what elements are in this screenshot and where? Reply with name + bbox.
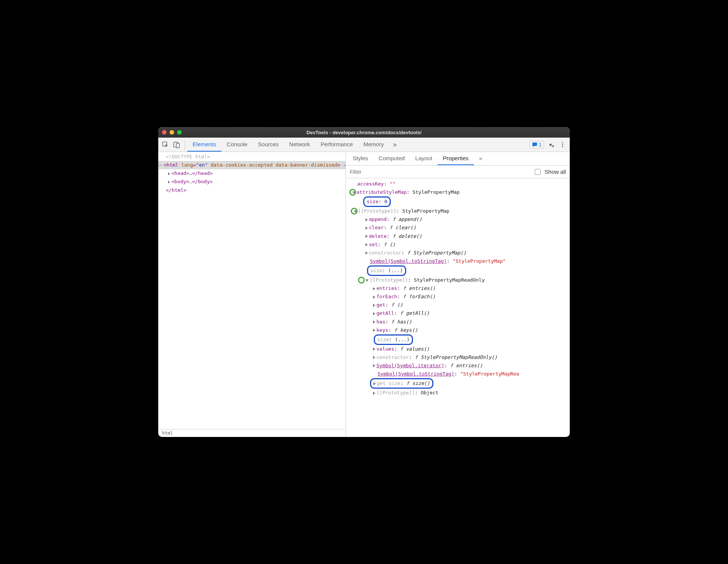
filter-bar: Show all bbox=[346, 166, 570, 178]
prop-has[interactable]: has: f has() bbox=[346, 318, 570, 326]
prop-constructor-2[interactable]: constructor: f StylePropertyMapReadOnly(… bbox=[346, 353, 570, 362]
tab-computed[interactable]: Computed bbox=[373, 152, 410, 165]
expand-icon[interactable] bbox=[373, 329, 375, 332]
expand-icon[interactable] bbox=[373, 348, 375, 351]
dom-doctype[interactable]: <!DOCTYPE html> bbox=[158, 153, 346, 161]
annotation-circle-icon bbox=[349, 189, 356, 196]
prop-get[interactable]: get: f () bbox=[346, 301, 570, 309]
prop-symbol-tostringtag-2[interactable]: Symbol(Symbol.toStringTag): "StyleProper… bbox=[346, 370, 570, 378]
prop-set[interactable]: set: f () bbox=[346, 241, 570, 249]
prop-getall[interactable]: getAll: f getAll() bbox=[346, 309, 570, 317]
devtools-window: DevTools - developer.chrome.com/docs/dev… bbox=[158, 127, 570, 437]
device-toolbar-icon[interactable] bbox=[171, 139, 182, 150]
dom-tree[interactable]: <!DOCTYPE html> ⋯ <html lang="en" data-c… bbox=[158, 152, 346, 429]
main-tabs: Elements Console Sources Network Perform… bbox=[187, 138, 401, 152]
svg-point-5 bbox=[562, 146, 563, 147]
svg-rect-2 bbox=[176, 143, 179, 148]
expand-icon[interactable] bbox=[366, 243, 368, 246]
prop-values[interactable]: values: f values() bbox=[346, 345, 570, 353]
expand-icon[interactable] bbox=[373, 287, 375, 290]
main-toolbar: Elements Console Sources Network Perform… bbox=[158, 138, 570, 152]
issue-icon bbox=[532, 142, 537, 147]
show-all-checkbox[interactable] bbox=[535, 169, 541, 175]
expand-icon[interactable] bbox=[366, 251, 368, 254]
prop-size-ellipsis-1[interactable]: size: (...) bbox=[346, 265, 570, 276]
annotation-circle-icon bbox=[351, 208, 358, 215]
settings-icon[interactable] bbox=[545, 139, 556, 150]
prop-symbol-tostringtag-1[interactable]: Symbol(Symbol.toStringTag): "StyleProper… bbox=[346, 257, 570, 265]
dom-head[interactable]: <head>…</head> bbox=[158, 169, 346, 178]
tab-performance[interactable]: Performance bbox=[315, 138, 358, 152]
expand-icon[interactable] bbox=[366, 218, 368, 221]
tab-sources[interactable]: Sources bbox=[253, 138, 284, 152]
ellipsis-icon: ⋯ bbox=[159, 161, 162, 169]
tab-console[interactable]: Console bbox=[222, 138, 253, 152]
expand-icon[interactable] bbox=[373, 312, 375, 315]
annotation-pill-icon: size: (...) bbox=[374, 334, 413, 345]
expand-icon[interactable] bbox=[373, 296, 375, 299]
tab-network[interactable]: Network bbox=[284, 138, 315, 152]
annotation-circle-icon bbox=[358, 277, 365, 284]
annotation-pill-icon: size: 0 bbox=[363, 196, 391, 207]
expand-icon[interactable] bbox=[373, 304, 375, 307]
expand-icon[interactable] bbox=[366, 227, 368, 230]
prop-entries[interactable]: entries: f entries() bbox=[346, 284, 570, 293]
prop-delete[interactable]: delete: f delete() bbox=[346, 232, 570, 241]
breadcrumb[interactable]: html bbox=[158, 429, 346, 437]
prop-keys[interactable]: keys: f keys() bbox=[346, 326, 570, 334]
svg-point-3 bbox=[562, 142, 563, 143]
expand-icon[interactable] bbox=[373, 392, 375, 395]
expand-icon[interactable] bbox=[373, 364, 375, 367]
svg-point-4 bbox=[562, 144, 563, 145]
prop-constructor-1[interactable]: constructor: f StylePropertyMap() bbox=[346, 249, 570, 257]
expand-icon[interactable] bbox=[366, 235, 368, 238]
elements-panel: <!DOCTYPE html> ⋯ <html lang="en" data-c… bbox=[158, 152, 346, 437]
more-menu-icon[interactable] bbox=[557, 139, 568, 150]
issues-count: 1 bbox=[539, 142, 541, 147]
show-all-label: Show all bbox=[544, 169, 566, 175]
tab-properties[interactable]: Properties bbox=[437, 152, 474, 165]
prop-size-0[interactable]: size: 0 bbox=[346, 196, 570, 207]
toolbar-divider bbox=[185, 141, 185, 149]
prop-get-size[interactable]: get size: f size() bbox=[346, 378, 570, 389]
expand-icon[interactable] bbox=[373, 320, 375, 323]
prop-prototype-2[interactable]: [[Prototype]]: StylePropertyMapReadOnly bbox=[346, 276, 570, 284]
prop-accesskey[interactable]: accessKey: "" bbox=[346, 180, 570, 188]
properties-tree[interactable]: accessKey: "" attributeStyleMap: StylePr… bbox=[346, 178, 570, 437]
prop-symbol-iterator[interactable]: Symbol(Symbol.iterator): f entries() bbox=[346, 362, 570, 370]
window-title: DevTools - developer.chrome.com/docs/dev… bbox=[158, 130, 570, 135]
dom-html-close[interactable]: </html> bbox=[158, 186, 346, 195]
issues-button[interactable]: 1 bbox=[529, 141, 544, 149]
prop-clear[interactable]: clear: f clear() bbox=[346, 224, 570, 232]
dom-body[interactable]: <body>…</body> bbox=[158, 178, 346, 186]
subtabs-more-icon[interactable]: » bbox=[474, 152, 488, 165]
titlebar: DevTools - developer.chrome.com/docs/dev… bbox=[158, 127, 570, 138]
dom-html-element[interactable]: ⋯ <html lang="en" data-cookies-accepted … bbox=[158, 161, 346, 169]
annotation-pill-icon: get size: f size() bbox=[370, 378, 433, 389]
tab-elements[interactable]: Elements bbox=[187, 138, 222, 152]
prop-foreach[interactable]: forEach: f forEach() bbox=[346, 293, 570, 301]
prop-prototype-3[interactable]: [[Prototype]]: Object bbox=[346, 389, 570, 397]
collapse-icon[interactable] bbox=[366, 279, 369, 282]
expand-icon[interactable] bbox=[373, 356, 375, 359]
expand-icon[interactable] bbox=[373, 382, 376, 385]
prop-append[interactable]: append: f append() bbox=[346, 215, 570, 224]
prop-attributestylemap[interactable]: attributeStyleMap: StylePropertyMap bbox=[346, 188, 570, 196]
inspect-element-icon[interactable] bbox=[160, 139, 171, 150]
filter-input[interactable] bbox=[350, 169, 531, 175]
sidebar-tabs: Styles Computed Layout Properties » bbox=[346, 152, 570, 166]
expand-icon[interactable] bbox=[168, 172, 170, 175]
annotation-pill-icon: size: (...) bbox=[367, 265, 406, 276]
expand-icon[interactable] bbox=[168, 181, 170, 184]
tabs-more-icon[interactable]: » bbox=[389, 138, 401, 152]
tab-memory[interactable]: Memory bbox=[358, 138, 389, 152]
prop-size-ellipsis-2[interactable]: size: (...) bbox=[346, 334, 570, 345]
tab-styles[interactable]: Styles bbox=[347, 152, 373, 165]
sidebar-panel: Styles Computed Layout Properties » Show… bbox=[346, 152, 570, 437]
prop-prototype-1[interactable]: [[Prototype]]: StylePropertyMap bbox=[346, 207, 570, 215]
tab-layout[interactable]: Layout bbox=[410, 152, 437, 165]
